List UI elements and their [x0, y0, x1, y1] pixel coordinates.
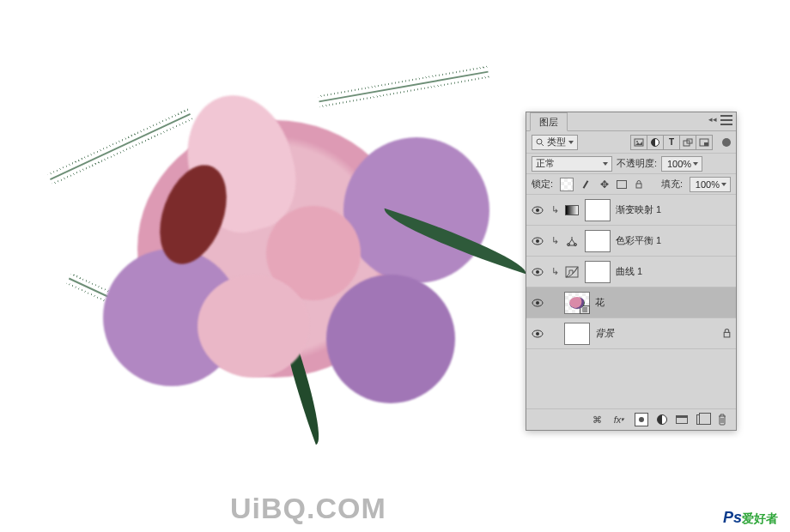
- visibility-toggle[interactable]: [530, 329, 545, 338]
- chevron-down-icon: [721, 183, 726, 186]
- svg-point-3: [636, 141, 638, 142]
- filter-adjustment-icon[interactable]: [647, 135, 664, 150]
- layers-list: ↳ 渐变映射 1 ↳ 色彩平衡 1 ↳ 曲线 1 ▥ 花: [526, 195, 736, 349]
- clip-indicator-icon: ↳: [550, 235, 559, 246]
- layer-thumbnail[interactable]: [564, 323, 590, 345]
- layer-kind-label: 类型: [547, 136, 566, 148]
- svg-point-19: [536, 301, 539, 305]
- filter-shape-icon[interactable]: [679, 135, 696, 150]
- blend-mode-select[interactable]: 正常: [532, 156, 612, 172]
- layer-filter-row: 类型 T: [526, 131, 736, 154]
- lock-icon: [720, 328, 732, 340]
- new-adjustment-icon[interactable]: [657, 414, 667, 425]
- layer-name: 背景: [595, 327, 715, 340]
- svg-point-0: [537, 139, 542, 144]
- panel-collapse-icon[interactable]: ◂◂: [708, 115, 717, 124]
- gradient-map-icon: [564, 203, 580, 217]
- svg-point-21: [536, 332, 539, 336]
- panel-tab-layers[interactable]: 图层: [530, 112, 568, 131]
- visibility-toggle[interactable]: [530, 206, 545, 215]
- fill-input[interactable]: 100%: [690, 177, 731, 192]
- brand-badge: Ps爱好者: [723, 509, 778, 527]
- filter-toggle-switch[interactable]: [722, 138, 731, 147]
- lock-position-icon[interactable]: ✥: [598, 178, 611, 191]
- blend-mode-value: 正常: [536, 157, 555, 170]
- layer-mask-thumbnail[interactable]: [585, 199, 611, 221]
- fill-label: 填充:: [661, 178, 683, 190]
- opacity-value: 100%: [667, 159, 691, 169]
- blend-opacity-row: 正常 不透明度: 100%: [526, 154, 736, 174]
- lock-label: 锁定:: [532, 178, 553, 190]
- layer-row-background[interactable]: 背景: [526, 318, 736, 349]
- layers-panel-footer: ⌘ fx▾: [526, 409, 736, 430]
- layer-row-curves[interactable]: ↳ 曲线 1: [526, 257, 736, 287]
- brand-cn: 爱好者: [742, 511, 778, 525]
- layer-row-flower[interactable]: ▥ 花: [526, 287, 736, 318]
- layer-kind-select[interactable]: 类型: [532, 135, 578, 150]
- lock-transparency-icon[interactable]: [560, 178, 574, 191]
- lock-fill-row: 锁定: ✥ 填充: 100%: [526, 174, 736, 195]
- layer-row-gradientmap[interactable]: ↳ 渐变映射 1: [526, 195, 736, 226]
- layer-thumbnail[interactable]: ▥: [564, 292, 590, 314]
- layer-name: 花: [595, 296, 732, 309]
- lock-all-icon[interactable]: [632, 178, 646, 191]
- visibility-toggle[interactable]: [530, 299, 545, 307]
- layer-name: 曲线 1: [616, 265, 732, 278]
- chevron-down-icon: [693, 162, 698, 166]
- lock-icons: ✥: [560, 178, 646, 191]
- svg-point-10: [536, 209, 539, 212]
- layer-name: 色彩平衡 1: [616, 234, 732, 247]
- visibility-toggle[interactable]: [530, 237, 545, 245]
- curves-icon: [564, 265, 580, 279]
- layer-mask-thumbnail[interactable]: [585, 230, 611, 252]
- panel-tabbar: 图层 ◂◂: [526, 112, 736, 131]
- filter-smartobject-icon[interactable]: [696, 135, 713, 150]
- svg-point-12: [536, 239, 539, 243]
- filter-pixel-icon[interactable]: [630, 135, 647, 150]
- svg-rect-7: [704, 142, 708, 146]
- content-image-bouquet: [9, 9, 541, 489]
- search-icon: [536, 138, 544, 147]
- chevron-down-icon: [568, 141, 574, 144]
- svg-rect-8: [636, 184, 641, 188]
- layers-empty-area[interactable]: [526, 349, 736, 409]
- watermark-text: UiBQ.COM: [230, 492, 386, 525]
- lock-pixels-icon[interactable]: [579, 178, 592, 191]
- panel-menu-icon[interactable]: [720, 115, 732, 125]
- link-layers-icon[interactable]: ⌘: [590, 413, 604, 426]
- layer-row-colorbalance[interactable]: ↳ 色彩平衡 1: [526, 226, 736, 257]
- new-layer-icon[interactable]: [696, 414, 707, 425]
- layer-mask-thumbnail[interactable]: [585, 261, 611, 283]
- svg-rect-22: [724, 332, 730, 337]
- svg-point-16: [536, 270, 539, 274]
- add-mask-icon[interactable]: [635, 413, 648, 426]
- lock-artboard-icon[interactable]: [617, 180, 627, 189]
- delete-layer-icon[interactable]: [715, 413, 729, 426]
- layer-name: 渐变映射 1: [616, 203, 732, 216]
- smart-object-badge-icon: ▥: [580, 305, 590, 314]
- opacity-input[interactable]: 100%: [661, 156, 702, 172]
- color-balance-icon: [564, 234, 580, 248]
- chevron-down-icon: [603, 162, 608, 166]
- svg-line-1: [542, 143, 544, 146]
- clip-indicator-icon: ↳: [550, 204, 559, 215]
- filter-type-icon[interactable]: T: [663, 135, 680, 150]
- layer-filter-buttons: T: [631, 135, 713, 150]
- new-group-icon[interactable]: [676, 415, 688, 424]
- fill-value: 100%: [696, 179, 720, 190]
- clip-indicator-icon: ↳: [550, 266, 559, 277]
- visibility-toggle[interactable]: [530, 268, 545, 276]
- layers-panel: 图层 ◂◂ 类型 T 正常 不透明度: 100% 锁定:: [526, 112, 737, 431]
- opacity-label: 不透明度:: [617, 157, 657, 170]
- brand-ps: Ps: [723, 509, 742, 526]
- layer-fx-icon[interactable]: fx▾: [612, 413, 626, 426]
